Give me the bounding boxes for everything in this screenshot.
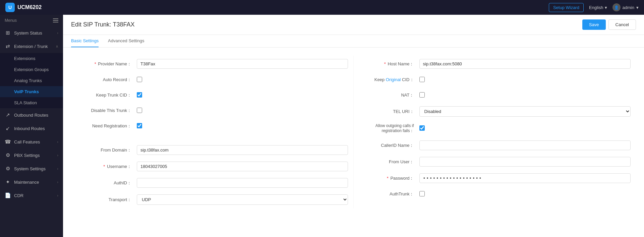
from-domain-input[interactable] xyxy=(137,145,348,155)
disable-trunk-row: Disable This Trunk： xyxy=(71,103,353,118)
host-name-row: * Host Name： xyxy=(354,56,636,72)
system-status-icon: ⊞ xyxy=(5,30,11,36)
transport-control: UDP TCP TLS xyxy=(137,194,348,205)
keep-trunk-cid-control xyxy=(137,92,348,99)
sidebar-item-system-status[interactable]: ⊞ System Status › xyxy=(0,26,63,40)
authid-input[interactable] xyxy=(137,178,348,188)
allow-outgoing-label: Allow outgoing calls if registration fai… xyxy=(359,123,419,134)
transport-select[interactable]: UDP TCP TLS xyxy=(137,194,348,205)
host-name-control xyxy=(419,59,631,69)
provider-name-control xyxy=(137,59,348,69)
sidebar-item-voip-trunks[interactable]: VoIP Trunks xyxy=(0,86,63,97)
password-label: * Password： xyxy=(359,175,419,181)
username-control xyxy=(137,162,348,171)
disable-trunk-checkbox[interactable] xyxy=(137,108,142,113)
form-right-column: * Host Name： Keep Original CID： xyxy=(354,56,636,208)
sidebar-item-outbound-routes[interactable]: ↗ Outbound Routes xyxy=(0,108,63,122)
chevron-right-icon: › xyxy=(57,180,58,184)
cdr-icon: 📄 xyxy=(5,192,11,198)
topbar: U UCM6202 Setup Wizard English ▾ 👤 admin… xyxy=(0,0,644,15)
sidebar-item-analog-trunks[interactable]: Analog Trunks xyxy=(0,75,63,86)
admin-user-menu[interactable]: 👤 admin ▾ xyxy=(612,3,639,11)
username-input[interactable] xyxy=(137,162,348,171)
need-registration-label: Need Registration： xyxy=(76,123,137,129)
chevron-right-icon: › xyxy=(57,153,58,157)
tabs-bar: Basic Settings Advanced Settings xyxy=(63,35,644,48)
form-area: * Provider Name： Auto Record： xyxy=(63,48,644,237)
logo-icon: U xyxy=(5,3,15,12)
keep-original-cid-checkbox[interactable] xyxy=(419,77,425,82)
outbound-routes-icon: ↗ xyxy=(5,112,11,118)
auto-record-label: Auto Record： xyxy=(76,77,137,83)
keep-original-cid-control xyxy=(419,77,631,83)
need-registration-checkbox[interactable] xyxy=(137,123,142,128)
callerid-name-row: CallerID Name： xyxy=(354,137,636,154)
disable-trunk-control xyxy=(137,108,348,114)
sidebar-item-maintenance[interactable]: ✦ Maintenance › xyxy=(0,175,63,189)
callerid-name-label: CallerID Name： xyxy=(359,142,419,149)
from-user-input[interactable] xyxy=(419,157,631,167)
keep-trunk-cid-row: Keep Trunk CID： xyxy=(71,87,353,103)
nat-checkbox[interactable] xyxy=(419,92,425,98)
setup-wizard-button[interactable]: Setup Wizard xyxy=(549,3,584,12)
password-input[interactable] xyxy=(419,173,631,183)
allow-outgoing-row: Allow outgoing calls if registration fai… xyxy=(354,120,636,137)
tel-uri-label: TEL URI： xyxy=(359,109,419,115)
chevron-right-icon: › xyxy=(57,31,58,35)
chevron-down-icon: ▾ xyxy=(605,5,607,10)
chevron-down-icon: ∧ xyxy=(56,44,58,49)
sidebar-item-system-settings[interactable]: ⚙ System Settings › xyxy=(0,162,63,175)
callerid-name-input[interactable] xyxy=(419,140,631,150)
keep-trunk-cid-checkbox[interactable] xyxy=(137,92,142,98)
username-label: * Username： xyxy=(76,164,137,170)
original-cid-link[interactable]: Original xyxy=(386,77,401,82)
from-user-row: From User： xyxy=(354,154,636,170)
authid-control xyxy=(137,178,348,188)
username-row: * Username： xyxy=(71,158,353,175)
sidebar-item-extension-trunk[interactable]: ⇄ Extension / Trunk ∧ xyxy=(0,40,63,53)
chevron-right-icon: › xyxy=(57,167,58,171)
sidebar-item-extensions[interactable]: Extensions xyxy=(0,53,63,64)
allow-outgoing-checkbox[interactable] xyxy=(419,125,425,131)
sidebar: Menus ⊞ System Status › ⇄ Extension / Tr… xyxy=(0,15,63,237)
page-title: Edit SIP Trunk: T38FAX xyxy=(71,21,134,28)
authid-label: AuthID： xyxy=(76,180,137,186)
authtrunk-checkbox[interactable] xyxy=(419,191,425,196)
from-user-control xyxy=(419,157,631,167)
sidebar-item-sla-station[interactable]: SLA Station xyxy=(0,97,63,108)
authtrunk-control xyxy=(419,191,631,197)
save-button[interactable]: Save xyxy=(582,19,606,30)
sidebar-item-inbound-routes[interactable]: ↙ Inbound Routes xyxy=(0,122,63,135)
host-name-input[interactable] xyxy=(419,59,631,69)
need-registration-control xyxy=(137,123,348,129)
callerid-name-control xyxy=(419,140,631,150)
allow-outgoing-control xyxy=(419,125,631,132)
language-selector[interactable]: English ▾ xyxy=(589,5,607,10)
sidebar-item-cdr[interactable]: 📄 CDR › xyxy=(0,189,63,202)
sidebar-item-extension-groups[interactable]: Extension Groups xyxy=(0,64,63,75)
transport-row: Transport： UDP TCP TLS xyxy=(71,191,353,208)
authtrunk-row: AuthTrunk： xyxy=(354,186,636,202)
keep-original-cid-row: Keep Original CID： xyxy=(354,72,636,87)
tel-uri-row: TEL URI： Disabled User=Phone Enable xyxy=(354,103,636,120)
tab-advanced-settings[interactable]: Advanced Settings xyxy=(108,35,144,47)
sidebar-item-pbx-settings[interactable]: ⚙ PBX Settings › xyxy=(0,149,63,162)
tel-uri-select[interactable]: Disabled User=Phone Enable xyxy=(419,106,631,117)
sidebar-item-call-features[interactable]: ☎ Call Features › xyxy=(0,135,63,149)
auto-record-checkbox[interactable] xyxy=(137,77,142,82)
tab-basic-settings[interactable]: Basic Settings xyxy=(71,35,99,47)
cancel-button[interactable]: Cancel xyxy=(608,19,636,30)
hamburger-icon[interactable] xyxy=(53,18,58,22)
topbar-left: U UCM6202 xyxy=(5,3,42,12)
pbx-settings-icon: ⚙ xyxy=(5,152,11,158)
keep-original-cid-label: Keep Original CID： xyxy=(359,77,419,83)
from-domain-label: From Domain： xyxy=(76,147,137,153)
host-name-label: * Host Name： xyxy=(359,61,419,67)
provider-name-input[interactable] xyxy=(137,59,348,69)
extension-trunk-icon: ⇄ xyxy=(5,43,11,49)
nat-control xyxy=(419,92,631,99)
extension-trunk-submenu: Extensions Extension Groups Analog Trunk… xyxy=(0,53,63,108)
avatar: 👤 xyxy=(612,3,621,11)
topbar-right: Setup Wizard English ▾ 👤 admin ▾ xyxy=(549,3,639,12)
main-content: Edit SIP Trunk: T38FAX Save Cancel Basic… xyxy=(63,15,644,237)
